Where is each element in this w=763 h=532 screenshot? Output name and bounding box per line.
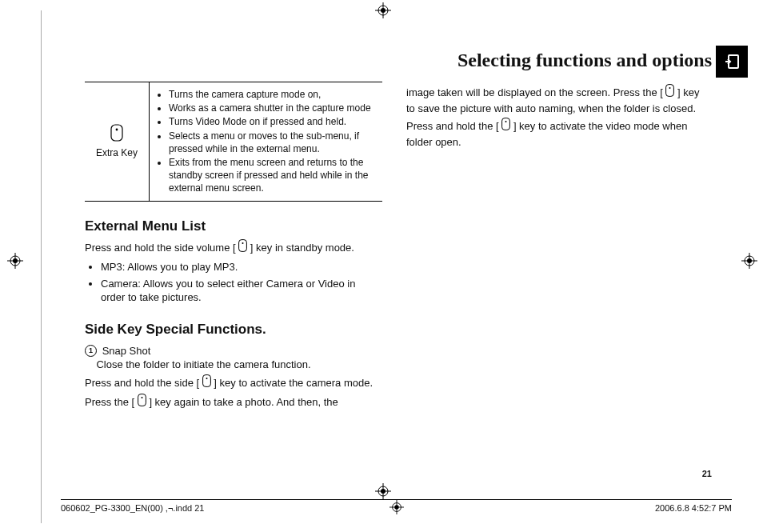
svg-rect-23: [138, 394, 146, 406]
list-item: MP3: Allows you to play MP3.: [101, 260, 382, 274]
registration-mark-footer: [389, 500, 404, 516]
list-item: Camera: Allows you to select either Came…: [101, 277, 382, 305]
table-bullet-list: Turns the camera capture mode on, Works …: [158, 88, 378, 195]
step-number-icon: 1: [85, 345, 97, 357]
registration-mark-left: [7, 253, 23, 272]
section-heading-external-menu: External Menu List: [85, 218, 382, 236]
side-key-icon: [238, 239, 247, 256]
table-key-label: Extra Key: [96, 146, 138, 159]
step-subtitle: Close the folder to initiate the camera …: [96, 358, 310, 370]
step-title: Snap Shot: [102, 345, 151, 357]
list-item: Works as a camera shutter in the capture…: [169, 102, 378, 114]
text-fragment: Press and hold the side [: [85, 376, 199, 388]
body-text: 1 Snap Shot Close the folder to initiate…: [85, 344, 382, 372]
text-fragment: Press and hold the side volume [: [85, 242, 236, 254]
svg-rect-21: [202, 374, 210, 386]
list-item: Selects a menu or moves to the sub-menu,…: [169, 130, 378, 155]
side-key-icon: [665, 84, 674, 101]
svg-point-24: [141, 397, 142, 398]
external-menu-list: MP3: Allows you to play MP3. Camera: All…: [91, 260, 382, 305]
table-key-cell: Extra Key: [85, 82, 149, 201]
side-key-icon: [501, 118, 510, 134]
left-column: Extra Key Turns the camera capture mode …: [85, 82, 382, 453]
right-column: image taken will be displayed on the scr…: [406, 82, 704, 453]
body-text: Press and hold the side volume [ ] key i…: [85, 240, 382, 257]
body-text: Press the [ ] key again to take a photo.…: [85, 394, 382, 411]
side-key-icon: [202, 374, 211, 391]
footer-filename: 060602_PG-3300_EN(00) ,¬.indd 21: [61, 503, 205, 513]
key-description-table: Extra Key Turns the camera capture mode …: [85, 82, 382, 202]
svg-point-20: [242, 242, 244, 244]
page-sheet: Selecting functions and options Extra Ke…: [49, 19, 748, 485]
footer-timestamp: 2006.6.8 4:52:7 PM: [655, 503, 732, 513]
content-area: Extra Key Turns the camera capture mode …: [85, 82, 704, 453]
text-fragment: image taken will be displayed on the scr…: [406, 86, 663, 98]
svg-point-28: [505, 121, 507, 122]
text-fragment: ] key again to take a photo. And then, t…: [149, 396, 338, 408]
list-item: Exits from the menu screen and returns t…: [169, 156, 378, 195]
table-desc-cell: Turns the camera capture mode on, Works …: [149, 82, 382, 201]
body-text: Press and hold the side [ ] key to activ…: [85, 375, 382, 392]
text-fragment: ] key to activate the camera mode.: [214, 376, 373, 388]
manual-page: Selecting functions and options Extra Ke…: [0, 0, 763, 532]
text-fragment: ] key in standby mode.: [250, 242, 354, 254]
section-heading-side-key: Side Key Special Functions.: [85, 321, 382, 339]
svg-point-18: [116, 128, 118, 130]
section-tab-icon: [716, 46, 748, 78]
body-text: image taken will be displayed on the scr…: [406, 85, 704, 115]
svg-rect-27: [502, 118, 510, 130]
list-item: Turns the camera capture mode on,: [169, 88, 378, 101]
side-key-icon: [138, 394, 146, 410]
body-text: Press and hold the [ ] key to activate t…: [406, 118, 704, 149]
text-fragment: Press the [: [85, 396, 134, 408]
svg-point-22: [206, 378, 207, 379]
page-number: 21: [702, 469, 712, 478]
list-item: Turns Video Mode on if pressed and held.: [169, 115, 378, 128]
svg-rect-17: [111, 125, 122, 141]
text-fragment: Press and hold the [: [406, 120, 499, 132]
svg-point-26: [669, 87, 671, 89]
extra-key-icon: [110, 124, 123, 142]
page-title: Selecting functions and options: [457, 50, 712, 71]
svg-rect-19: [239, 240, 247, 252]
svg-rect-25: [666, 85, 674, 97]
print-footer: 060602_PG-3300_EN(00) ,¬.indd 21 2006.6.…: [61, 499, 732, 513]
trim-line-left: [41, 10, 42, 523]
